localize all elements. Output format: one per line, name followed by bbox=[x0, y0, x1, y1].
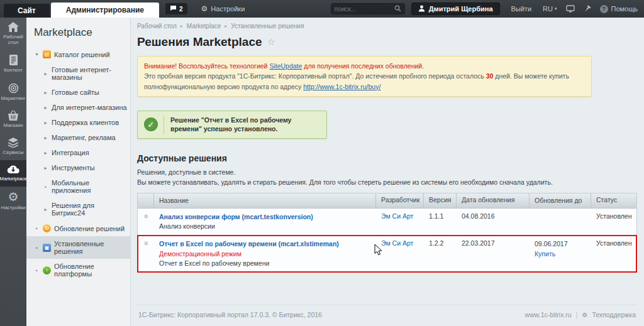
breadcrumb-installed-solutions[interactable]: Установленные решения bbox=[231, 23, 304, 30]
sidebar-item-installed-solutions[interactable]: ▪ ▣ Установленные решения bbox=[26, 236, 130, 259]
topbar-settings-button[interactable]: ⚙ Настройки bbox=[201, 4, 245, 13]
rail-label: Контент bbox=[4, 67, 23, 73]
notification-count: 2 bbox=[179, 6, 183, 13]
solution-link[interactable]: Отчет в Excel по рабочему времени (mcart… bbox=[159, 240, 339, 247]
update-date-cell: 04.08.2016 bbox=[457, 209, 530, 235]
section-description: Решения, доступные в системе. Вы можете … bbox=[137, 168, 637, 188]
search-box[interactable] bbox=[331, 3, 405, 14]
updates-until-cell bbox=[530, 209, 591, 235]
sidebar-menu: Marketplace ▾ ▤ Каталог решений ▸ Готовы… bbox=[26, 18, 131, 326]
footer-separator: | bbox=[576, 311, 578, 318]
chevron-right-icon: ▸ bbox=[43, 71, 48, 77]
user-menu-button[interactable]: Дмитрий Щербина bbox=[411, 3, 500, 15]
basket-icon bbox=[8, 111, 19, 121]
rail-item-content[interactable]: Контент bbox=[0, 50, 26, 78]
breadcrumb-separator-icon: ▸ bbox=[180, 23, 183, 29]
sidebar-item-client-support[interactable]: ▸ Поддержка клиентов bbox=[26, 115, 130, 130]
header-update-date[interactable]: Дата обновления bbox=[457, 193, 530, 208]
chevron-expanded-icon: ▾ bbox=[34, 52, 40, 57]
footer-site-link[interactable]: www.1c-bitrix.ru bbox=[525, 311, 572, 318]
footer-support-link[interactable]: Техподдержка bbox=[592, 311, 636, 318]
chevron-right-icon: ▸ bbox=[43, 207, 48, 212]
sidebar-item-for-shop[interactable]: ▸ Для интернет-магазина bbox=[26, 100, 130, 115]
home-icon bbox=[8, 22, 19, 32]
question-icon: ? bbox=[600, 5, 608, 13]
chevron-right-icon: ▸ bbox=[43, 150, 48, 156]
sidebar-item-solution-updates[interactable]: ▪ ↻ Обновление решений bbox=[26, 220, 130, 236]
status-cell: Установлен bbox=[591, 236, 636, 272]
gear-icon: ⚙ bbox=[582, 312, 587, 318]
solution-subtitle: Отчет в Excel по рабочему времени bbox=[159, 259, 371, 268]
buy-url-link[interactable]: http://www.1c-bitrix.ru/buy/ bbox=[303, 83, 380, 90]
tab-site[interactable]: Сайт bbox=[4, 4, 50, 18]
tab-administration[interactable]: Администрирование bbox=[51, 3, 159, 18]
user-name: Дмитрий Щербина bbox=[429, 5, 493, 13]
main-layout: Рабочий стол Контент Маркетинг Магазин С… bbox=[0, 18, 644, 326]
solution-link[interactable]: Анализ конверсии форм (mcart.testkonvers… bbox=[159, 213, 313, 220]
trial-text: Это пробная версия продукта "1С-Битрикс:… bbox=[144, 72, 486, 80]
search-icon[interactable] bbox=[394, 3, 401, 14]
favorite-star-icon[interactable]: ☆ bbox=[267, 36, 275, 48]
sidebar-title: Marketplace bbox=[26, 23, 130, 46]
sidebar-item-ready-shops[interactable]: ▸ Готовые интернет-магазины bbox=[26, 62, 130, 85]
row-menu-icon[interactable]: ≡ bbox=[138, 236, 154, 272]
chevron-right-icon: ▸ bbox=[43, 105, 48, 111]
sidebar-item-catalog[interactable]: ▾ ▤ Каталог решений bbox=[26, 46, 130, 62]
developer-link[interactable]: Эм Си Арт bbox=[381, 212, 413, 220]
trial-warning-note: Внимание! Воспользуйтесь технологией Sit… bbox=[137, 56, 592, 97]
desktop-view-button[interactable] bbox=[566, 5, 575, 13]
help-button[interactable]: ? Помощь bbox=[600, 5, 638, 13]
rail-item-shop[interactable]: Магазин bbox=[0, 106, 26, 133]
success-text: Решение "Отчет в Excel по рабочему време… bbox=[170, 116, 320, 134]
rail-label: Настройки bbox=[1, 205, 25, 210]
header-name[interactable]: Название bbox=[154, 193, 376, 208]
rail-label: Сервисы bbox=[3, 149, 23, 155]
help-label: Помощь bbox=[611, 5, 638, 13]
bullet-icon: ▪ bbox=[34, 268, 40, 273]
updates-until-date: 09.06.2017 bbox=[535, 239, 586, 249]
page-title: Решения Marketplace bbox=[137, 35, 262, 49]
notifications-button[interactable]: 2 bbox=[165, 3, 187, 14]
bullet-icon: ▪ bbox=[34, 225, 40, 231]
buy-link[interactable]: Купить bbox=[535, 250, 555, 258]
notification-bubble-icon bbox=[170, 5, 177, 13]
sidebar-item-mobile-apps[interactable]: ▪ Мобильные приложения bbox=[26, 175, 130, 198]
sidebar-item-platform-update[interactable]: ▪ ↑ Обновление платформы bbox=[26, 259, 130, 281]
sidebar-item-label: Обновление платформы bbox=[54, 263, 128, 278]
pin-button[interactable] bbox=[584, 5, 591, 13]
rail-item-desktop[interactable]: Рабочий стол bbox=[0, 18, 26, 50]
header-status[interactable]: Статус bbox=[591, 193, 636, 208]
breadcrumb-separator-icon: ▸ bbox=[225, 23, 227, 29]
row-menu-icon[interactable]: ≡ bbox=[138, 209, 154, 235]
language-selector[interactable]: RU ▾ bbox=[543, 5, 557, 13]
gear-icon: ⚙ bbox=[201, 4, 208, 13]
catalog-icon: ▤ bbox=[43, 50, 51, 58]
target-icon bbox=[8, 83, 19, 94]
sidebar-item-marketing-ads[interactable]: ▸ Маркетинг, реклама bbox=[26, 130, 130, 145]
success-message: ✓ Решение "Отчет в Excel по рабочему вре… bbox=[137, 111, 327, 139]
pin-icon bbox=[584, 5, 591, 13]
sidebar-item-label: Интеграция bbox=[52, 149, 89, 156]
rail-item-settings[interactable]: ⚙ Настройки bbox=[0, 187, 26, 215]
rail-item-marketplace[interactable]: Marketplace bbox=[0, 160, 26, 187]
developer-link[interactable]: Эм Си Арт bbox=[381, 239, 413, 247]
language-label: RU bbox=[543, 5, 553, 13]
chevron-right-icon: ▸ bbox=[43, 120, 48, 126]
search-input[interactable] bbox=[335, 6, 394, 13]
breadcrumb-desktop[interactable]: Рабочий стол bbox=[137, 23, 177, 30]
header-developer[interactable]: Разработчик bbox=[376, 193, 424, 208]
logout-link[interactable]: Выйти bbox=[511, 5, 532, 13]
header-version[interactable]: Версия bbox=[424, 193, 457, 208]
developer-cell: Эм Си Арт bbox=[376, 209, 424, 235]
sidebar-item-tools[interactable]: ▸ Инструменты bbox=[26, 160, 130, 175]
siteupdate-link[interactable]: SiteUpdate bbox=[269, 62, 302, 70]
breadcrumb-marketplace[interactable]: Marketplace bbox=[187, 23, 221, 30]
solutions-table: Название Разработчик Версия Дата обновле… bbox=[137, 193, 637, 273]
sidebar-item-integration[interactable]: ▸ Интеграция bbox=[26, 145, 130, 160]
header-handle-cell bbox=[138, 193, 154, 208]
rail-item-marketing[interactable]: Маркетинг bbox=[0, 79, 26, 106]
header-updates-until[interactable]: Обновления до bbox=[530, 193, 591, 208]
sidebar-item-ready-sites[interactable]: ▸ Готовые сайты bbox=[26, 85, 130, 100]
rail-item-services[interactable]: Сервисы bbox=[0, 133, 26, 160]
sidebar-item-bitrix24-solutions[interactable]: ▸ Решения для Битрикс24 bbox=[26, 198, 130, 220]
